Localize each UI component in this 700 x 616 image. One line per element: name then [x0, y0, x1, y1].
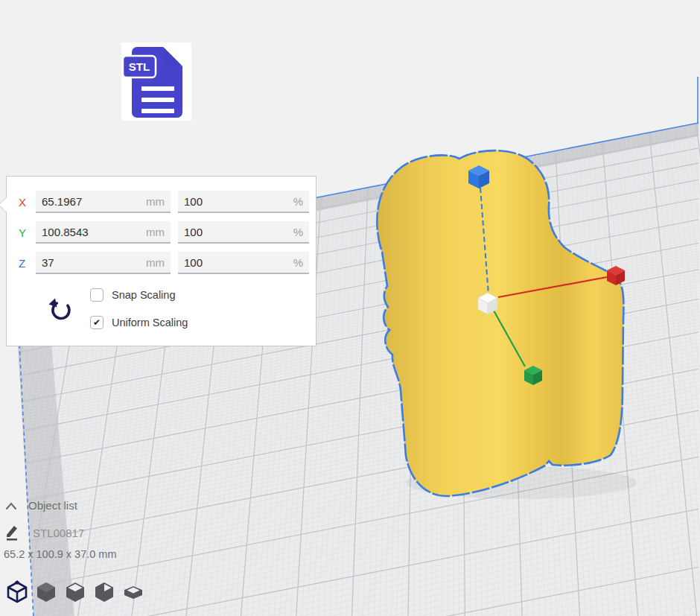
y-mm-field: mm [36, 221, 171, 244]
x-percent-field: % [178, 191, 309, 213]
object-list-title: Object list [28, 499, 77, 512]
y-mm-input[interactable] [36, 226, 171, 238]
view-flat-button[interactable] [121, 580, 146, 605]
object-list-item[interactable]: STL00817 [4, 524, 84, 542]
reset-icon [46, 296, 74, 326]
solid-cube-icon [34, 580, 59, 605]
open-cube-icon [63, 580, 88, 605]
wireframe-cube-icon [4, 580, 30, 605]
object-name: STL00817 [33, 527, 84, 539]
cura-viewport: STL [0, 0, 700, 616]
uniform-checkmark: ✔ [93, 317, 101, 328]
object-list-header[interactable]: Object list [4, 499, 77, 512]
x-percent-input[interactable] [178, 195, 309, 208]
z-percent-field: % [178, 252, 309, 274]
half-open-cube-icon [92, 580, 117, 605]
snap-scaling-label: Snap Scaling [112, 289, 175, 301]
x-mm-field: mm [36, 191, 171, 213]
panel-pointer [0, 197, 7, 212]
x-mm-input[interactable] [36, 195, 171, 208]
view-top-open-button[interactable] [63, 580, 88, 605]
view-mode-toolbar [4, 580, 146, 605]
scale-row-z: Z mm % [19, 252, 316, 274]
rename-pencil-icon [4, 524, 21, 542]
reset-scale-button[interactable] [45, 296, 75, 327]
view-3d-button[interactable] [4, 580, 30, 605]
scale-row-y: Y mm % [19, 221, 316, 244]
y-percent-field: % [178, 221, 309, 244]
scale-tool-panel: X mm % Y mm % [6, 176, 316, 346]
uniform-scaling-checkbox[interactable]: ✔ [90, 316, 104, 329]
axis-label-z: Z [19, 257, 36, 270]
axis-label-x: X [19, 196, 36, 209]
scale-row-x: X mm % [19, 191, 316, 213]
view-half-open-button[interactable] [92, 580, 117, 605]
z-percent-input[interactable] [178, 256, 309, 269]
view-solid-button[interactable] [34, 580, 59, 605]
y-percent-input[interactable] [178, 226, 309, 238]
flat-cube-icon [121, 580, 146, 605]
stl-file-icon: STL [121, 42, 191, 121]
chevron-up-icon [4, 501, 18, 510]
axis-label-y: Y [19, 226, 36, 239]
uniform-scaling-label: Uniform Scaling [112, 317, 188, 328]
object-dimensions: 65.2 x 100.9 x 37.0 mm [4, 548, 117, 560]
z-mm-field: mm [36, 252, 171, 274]
stl-label: STL [129, 60, 150, 73]
snap-scaling-checkbox[interactable] [90, 288, 104, 302]
z-mm-input[interactable] [36, 256, 171, 269]
